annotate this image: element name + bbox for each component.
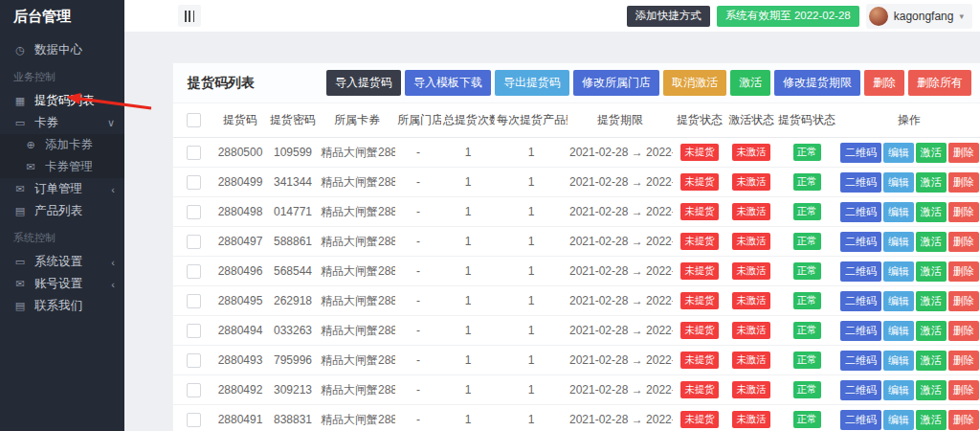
cell-ops: 二维码编辑激活删除 bbox=[837, 375, 980, 405]
row-checkbox[interactable] bbox=[187, 294, 201, 308]
cell-card: 精品大闸蟹288型 bbox=[319, 405, 395, 431]
activate-button[interactable]: 激活 bbox=[730, 70, 770, 96]
activate-button[interactable]: 激活 bbox=[916, 351, 947, 371]
row-checkbox[interactable] bbox=[187, 324, 201, 338]
sidebar-item-product-list[interactable]: ▤产品列表 bbox=[0, 200, 124, 222]
activate-button[interactable]: 激活 bbox=[916, 143, 947, 163]
activate-button[interactable]: 激活 bbox=[916, 172, 947, 193]
cell-period: 2021-02-28 → 2022-01-31 bbox=[568, 375, 673, 405]
sidebar-item-data-center[interactable]: ◷数据中心 bbox=[0, 39, 124, 61]
edit-button[interactable]: 编辑 bbox=[883, 202, 914, 222]
row-checkbox[interactable] bbox=[187, 175, 201, 190]
activate-button[interactable]: 激活 bbox=[916, 410, 947, 430]
deactivate-button[interactable]: 取消激活 bbox=[663, 70, 726, 96]
row-checkbox[interactable] bbox=[187, 264, 201, 279]
delete-button[interactable]: 删除 bbox=[948, 410, 979, 430]
qrcode-button[interactable]: 二维码 bbox=[840, 232, 881, 252]
qrcode-button[interactable]: 二维码 bbox=[840, 202, 881, 222]
row-checkbox[interactable] bbox=[187, 205, 201, 219]
cell-activation_status: 未激活 bbox=[726, 257, 776, 286]
cell-card: 精品大闸蟹288型 bbox=[319, 197, 395, 227]
table-header-row: 提货码提货密码所属卡券所属门店总提货次数每次提货产品数提货期限提货状态激活状态提… bbox=[173, 103, 980, 138]
code_status-badge: 正常 bbox=[793, 203, 821, 219]
cell-code: 2880492 bbox=[213, 375, 267, 405]
username: kagongfang bbox=[894, 10, 954, 23]
sidebar-item-order-manage[interactable]: ✉订单管理‹ bbox=[0, 178, 124, 200]
qrcode-button[interactable]: 二维码 bbox=[840, 380, 881, 400]
delete-button[interactable]: 删除 bbox=[948, 291, 979, 311]
delete-button[interactable]: 删除 bbox=[948, 380, 979, 400]
edit-button[interactable]: 编辑 bbox=[883, 410, 914, 430]
sidebar-item-add-card[interactable]: ⊕添加卡券 bbox=[0, 134, 124, 156]
sidebar-item-card-manage[interactable]: ✉卡券管理 bbox=[0, 156, 124, 178]
cell-select bbox=[173, 197, 213, 227]
qrcode-button[interactable]: 二维码 bbox=[840, 321, 881, 341]
cell-store: - bbox=[395, 316, 441, 346]
column-header-password: 提货密码 bbox=[267, 103, 319, 138]
row-checkbox[interactable] bbox=[187, 146, 201, 160]
mail-icon: ✉ bbox=[24, 161, 37, 173]
activate-button[interactable]: 激活 bbox=[916, 380, 947, 400]
delete-button[interactable]: 删除 bbox=[948, 321, 979, 341]
edit-button[interactable]: 编辑 bbox=[883, 232, 914, 252]
activate-button[interactable]: 激活 bbox=[916, 202, 947, 222]
add-shortcut-button[interactable]: 添加快捷方式 bbox=[627, 6, 710, 27]
edit-button[interactable]: 编辑 bbox=[883, 351, 914, 371]
sidebar-item-contact-us[interactable]: ▤联系我们 bbox=[0, 295, 124, 317]
pickup_status-badge: 未提货 bbox=[680, 322, 719, 338]
delete-button[interactable]: 删除 bbox=[948, 351, 979, 371]
delete-button[interactable]: 删除 bbox=[864, 70, 904, 96]
template-download-button[interactable]: 导入模板下载 bbox=[405, 70, 491, 96]
qrcode-button[interactable]: 二维码 bbox=[840, 172, 881, 193]
edit-button[interactable]: 编辑 bbox=[883, 321, 914, 341]
sidebar-item-system-settings[interactable]: ▭系统设置‹ bbox=[0, 251, 124, 273]
cell-activation_status: 未激活 bbox=[726, 138, 776, 168]
qrcode-button[interactable]: 二维码 bbox=[840, 143, 881, 163]
row-checkbox[interactable] bbox=[187, 413, 201, 427]
sidebar-item-pickup-code-list[interactable]: ▦提货码列表 bbox=[0, 90, 124, 112]
delete-button[interactable]: 删除 bbox=[948, 232, 979, 252]
delete-button[interactable]: 删除 bbox=[948, 143, 979, 163]
select-all-header bbox=[173, 103, 213, 138]
cell-code_status: 正常 bbox=[776, 257, 837, 286]
activate-button[interactable]: 激活 bbox=[916, 261, 947, 282]
export-button[interactable]: 导出提货码 bbox=[495, 70, 569, 96]
qrcode-button[interactable]: 二维码 bbox=[840, 261, 881, 282]
edit-button[interactable]: 编辑 bbox=[883, 380, 914, 400]
sidebar-item-account-settings[interactable]: ✉账号设置‹ bbox=[0, 273, 124, 295]
edit-button[interactable]: 编辑 bbox=[883, 261, 914, 282]
activate-button[interactable]: 激活 bbox=[916, 291, 947, 311]
system-validity-button[interactable]: 系统有效期至 2022-02-28 bbox=[717, 6, 859, 27]
cell-store: - bbox=[395, 138, 441, 168]
delete-button[interactable]: 删除 bbox=[948, 172, 979, 193]
edit-button[interactable]: 编辑 bbox=[883, 143, 914, 163]
collapse-menu-icon bbox=[185, 11, 194, 22]
delete-all-button[interactable]: 删除所有 bbox=[908, 70, 971, 96]
row-checkbox[interactable] bbox=[187, 353, 201, 368]
activate-button[interactable]: 激活 bbox=[916, 321, 947, 341]
cell-code_status: 正常 bbox=[776, 316, 837, 346]
code_status-badge: 正常 bbox=[793, 322, 821, 338]
activate-button[interactable]: 激活 bbox=[916, 232, 947, 252]
sidebar-item-label: 卡券管理 bbox=[45, 159, 93, 175]
sidebar-item-cards[interactable]: ▭卡券∨ bbox=[0, 112, 124, 134]
cell-password: 109599 bbox=[267, 138, 319, 168]
edit-button[interactable]: 编辑 bbox=[883, 172, 914, 193]
cell-period: 2021-02-28 → 2022-01-31 bbox=[568, 286, 673, 316]
edit-button[interactable]: 编辑 bbox=[883, 291, 914, 311]
sidebar: 后台管理 ◷数据中心业务控制▦提货码列表▭卡券∨⊕添加卡券✉卡券管理✉订单管理‹… bbox=[0, 0, 124, 431]
select-all-checkbox[interactable] bbox=[187, 113, 201, 127]
qrcode-button[interactable]: 二维码 bbox=[840, 291, 881, 311]
user-menu[interactable]: kagongfang ▾ bbox=[866, 4, 972, 29]
sidebar-collapse-button[interactable] bbox=[178, 5, 201, 27]
import-button[interactable]: 导入提货码 bbox=[326, 70, 401, 96]
delete-button[interactable]: 删除 bbox=[948, 261, 979, 282]
delete-button[interactable]: 删除 bbox=[948, 202, 979, 222]
qrcode-button[interactable]: 二维码 bbox=[840, 410, 881, 430]
qrcode-button[interactable]: 二维码 bbox=[840, 351, 881, 371]
row-checkbox[interactable] bbox=[187, 235, 201, 249]
sidebar-item-label: 数据中心 bbox=[34, 42, 82, 58]
change-period-button[interactable]: 修改提货期限 bbox=[774, 70, 860, 96]
row-checkbox[interactable] bbox=[187, 383, 201, 397]
change-store-button[interactable]: 修改所属门店 bbox=[573, 70, 659, 96]
